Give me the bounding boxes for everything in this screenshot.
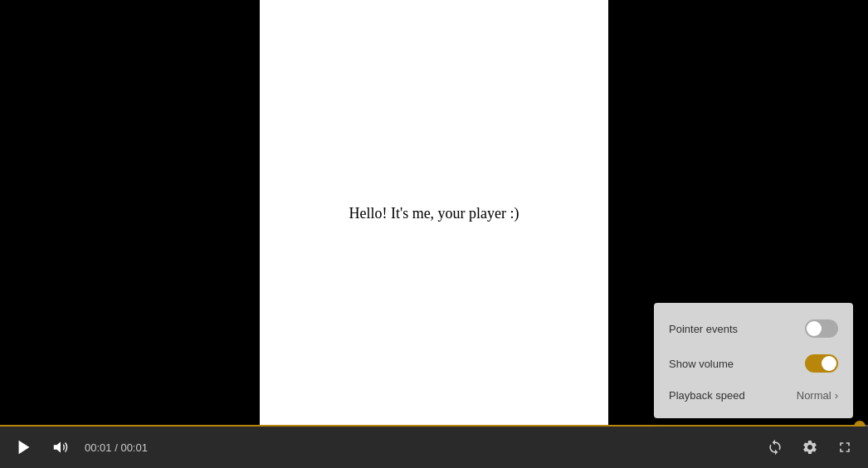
time-display: 00:01 / 00:01 xyxy=(85,441,148,454)
pointer-events-toggle[interactable] xyxy=(805,319,838,338)
loop-button[interactable] xyxy=(763,436,787,459)
black-left-letterbox xyxy=(0,0,260,427)
controls-bar: 00:01 / 00:01 xyxy=(0,427,868,468)
video-player: Hello! It's me, your player :) Pointer e… xyxy=(0,0,868,468)
settings-icon xyxy=(802,439,818,456)
loop-icon xyxy=(767,439,783,456)
settings-popup: Pointer events Show volume Playback spee… xyxy=(654,303,853,418)
show-volume-row: Show volume xyxy=(654,346,853,381)
show-volume-label: Show volume xyxy=(669,358,734,370)
current-time: 00:01 xyxy=(85,441,112,454)
volume-icon xyxy=(51,438,70,456)
playback-speed-label: Playback speed xyxy=(669,389,745,402)
play-icon xyxy=(15,438,33,456)
play-button[interactable] xyxy=(12,435,37,460)
pointer-events-row: Pointer events xyxy=(654,311,853,346)
playback-speed-value: Normal xyxy=(797,389,831,402)
svg-marker-1 xyxy=(54,442,61,453)
fullscreen-button[interactable] xyxy=(833,436,856,459)
total-time: 00:01 xyxy=(120,441,148,454)
settings-button[interactable] xyxy=(798,436,822,459)
chevron-right-icon: › xyxy=(835,389,838,402)
video-content-text: Hello! It's me, your player :) xyxy=(349,205,519,222)
playback-speed-value-group: Normal › xyxy=(797,389,838,402)
fullscreen-icon xyxy=(836,439,853,456)
pointer-events-label: Pointer events xyxy=(669,323,738,335)
show-volume-toggle-thumb xyxy=(822,356,836,371)
show-volume-toggle[interactable] xyxy=(805,354,838,373)
volume-button[interactable] xyxy=(48,435,73,460)
svg-marker-0 xyxy=(19,441,30,455)
pointer-events-toggle-thumb xyxy=(807,321,822,336)
playback-speed-row[interactable]: Playback speed Normal › xyxy=(654,381,853,410)
video-frame: Hello! It's me, your player :) xyxy=(260,0,608,427)
